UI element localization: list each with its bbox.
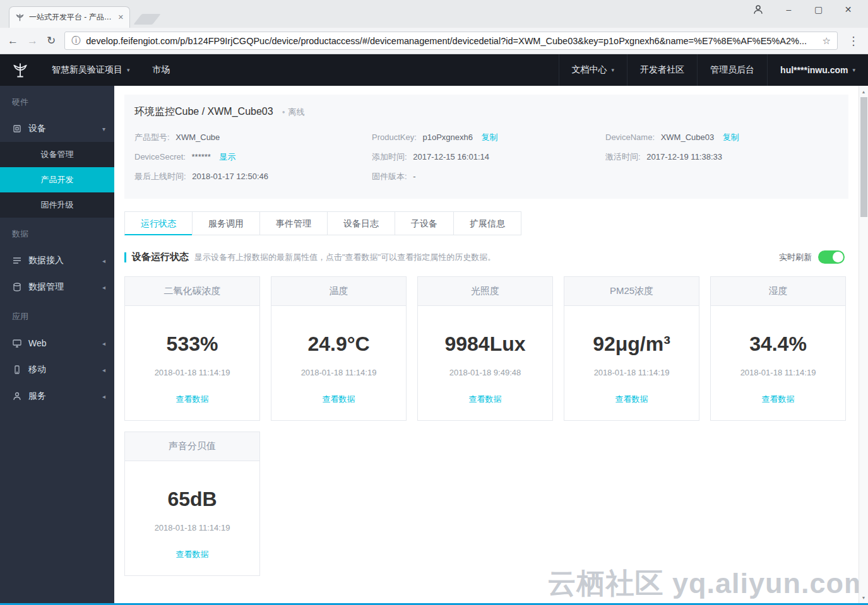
nav-item-developer-community[interactable]: 开发者社区 bbox=[627, 54, 697, 86]
data-access-icon bbox=[12, 256, 22, 266]
tab-service-call[interactable]: 服务调用 bbox=[192, 211, 260, 235]
bookmark-star-icon[interactable]: ☆ bbox=[823, 35, 831, 47]
sidebar-item-data-access[interactable]: 数据接入 ◂ bbox=[0, 247, 114, 274]
page-info-icon[interactable]: ⓘ bbox=[71, 35, 80, 47]
top-navigation: 智慧新吴验证项目 ▾ 市场 文档中心 ▾ 开发者社区 管理员后台 hul****… bbox=[0, 54, 868, 86]
back-button[interactable]: ← bbox=[8, 35, 18, 46]
card-title: PM25浓度 bbox=[564, 277, 699, 306]
url-bar[interactable]: ⓘ develop.feifengiot.com/p/b124FP9IrjCGQ… bbox=[64, 32, 838, 50]
sidebar-item-product-development[interactable]: 产品开发 bbox=[0, 167, 114, 192]
refresh-button[interactable]: ↻ bbox=[47, 35, 56, 46]
realtime-refresh-toggle[interactable] bbox=[818, 250, 845, 264]
field-device-name: DeviceName: XWM_Cube03 复制 bbox=[605, 132, 838, 143]
nav-spacer bbox=[182, 54, 559, 86]
nav-item-doc-center[interactable]: 文档中心 ▾ bbox=[559, 54, 627, 86]
browser-titlebar: 一站式开发平台 - 产品开... ✕ – ▢ ✕ bbox=[0, 0, 868, 28]
detail-tabs: 运行状态 服务调用 事件管理 设备日志 子设备 扩展信息 bbox=[124, 211, 848, 235]
maximize-button[interactable]: ▢ bbox=[804, 4, 833, 15]
card-co2-concentration: 二氧化碳浓度 533% 2018-01-18 11:14:19 查看数据 bbox=[124, 276, 260, 421]
card-time: 2018-01-18 11:14:19 bbox=[564, 368, 699, 377]
realtime-refresh-control: 实时刷新 bbox=[779, 250, 848, 264]
view-data-link[interactable]: 查看数据 bbox=[125, 549, 259, 560]
field-label: 最后上线时间: bbox=[134, 172, 186, 181]
tab-event-management[interactable]: 事件管理 bbox=[259, 211, 328, 235]
card-title: 温度 bbox=[271, 277, 406, 306]
sidebar-item-service[interactable]: 服务 ◂ bbox=[0, 383, 114, 409]
sidebar-item-label: 服务 bbox=[28, 391, 46, 402]
offline-dot-icon: ● bbox=[282, 109, 285, 115]
field-value: 2017-12-15 16:01:14 bbox=[413, 152, 489, 162]
sidebar-item-data-management[interactable]: 数据管理 ◂ bbox=[0, 274, 114, 300]
copy-product-key-link[interactable]: 复制 bbox=[482, 132, 498, 142]
chevron-left-icon: ◂ bbox=[102, 393, 105, 400]
tab-sub-device[interactable]: 子设备 bbox=[395, 211, 454, 235]
field-value: - bbox=[413, 172, 415, 181]
device-title: 环境监控Cube / XWM_Cube03 bbox=[134, 105, 273, 119]
card-value: 9984Lux bbox=[418, 332, 552, 356]
field-value: 2017-12-19 11:38:33 bbox=[646, 152, 722, 162]
status-section-header: 设备运行状态 显示设备有上报数据的最新属性值，点击"查看数据"可以查看指定属性的… bbox=[124, 250, 848, 264]
sidebar-item-web[interactable]: Web ◂ bbox=[0, 330, 114, 356]
view-data-link[interactable]: 查看数据 bbox=[711, 394, 845, 405]
field-value: p1oPxgnexh6 bbox=[422, 132, 473, 142]
view-data-link[interactable]: 查看数据 bbox=[564, 394, 699, 405]
close-button[interactable]: ✕ bbox=[833, 4, 863, 15]
view-data-link[interactable]: 查看数据 bbox=[271, 394, 406, 405]
site-favicon bbox=[15, 13, 25, 22]
platform-logo-icon[interactable] bbox=[0, 54, 40, 86]
nav-item-market[interactable]: 市场 bbox=[141, 54, 182, 86]
tab-device-log[interactable]: 设备日志 bbox=[327, 211, 395, 235]
sidebar-item-mobile[interactable]: 移动 ◂ bbox=[0, 356, 114, 383]
status-section-desc: 显示设备有上报数据的最新属性值，点击"查看数据"可以查看指定属性的历史数据。 bbox=[194, 252, 496, 263]
view-data-link[interactable]: 查看数据 bbox=[418, 394, 552, 405]
view-data-link[interactable]: 查看数据 bbox=[125, 394, 259, 405]
field-label: 固件版本: bbox=[372, 172, 407, 181]
card-time: 2018-01-18 11:14:19 bbox=[711, 368, 845, 377]
new-tab-button[interactable] bbox=[133, 14, 160, 25]
account-menu[interactable]: hul****inwu.com ▾ bbox=[767, 54, 868, 86]
browser-addressbar: ← → ↻ ⓘ develop.feifengiot.com/p/b124FP9… bbox=[0, 28, 868, 54]
tab-extended-info[interactable]: 扩展信息 bbox=[453, 211, 521, 235]
sidebar-item-label: Web bbox=[28, 338, 47, 348]
accent-bar bbox=[124, 252, 126, 262]
project-selector[interactable]: 智慧新吴验证项目 ▾ bbox=[40, 54, 141, 86]
sidebar-item-label: 移动 bbox=[28, 364, 46, 375]
scrollbar-thumb[interactable] bbox=[860, 97, 867, 217]
copy-device-name-link[interactable]: 复制 bbox=[723, 132, 739, 142]
metric-cards: 二氧化碳浓度 533% 2018-01-18 11:14:19 查看数据 温度 … bbox=[124, 276, 848, 576]
sidebar-section-hardware: 硬件 bbox=[0, 86, 114, 115]
nav-item-admin-console[interactable]: 管理员后台 bbox=[697, 54, 767, 86]
sidebar-item-device-management[interactable]: 设备管理 bbox=[0, 142, 114, 167]
toggle-knob bbox=[833, 252, 843, 262]
card-value: 92μg/m³ bbox=[564, 332, 699, 356]
field-device-secret: DeviceSecret: ****** 显示 bbox=[134, 151, 372, 163]
card-value: 34.4% bbox=[711, 332, 845, 356]
field-value: 2018-01-17 12:50:46 bbox=[192, 172, 268, 181]
card-time: 2018-01-18 11:14:19 bbox=[271, 368, 406, 377]
mobile-icon bbox=[12, 365, 22, 375]
app-body: 硬件 设备 ▾ 设备管理 产品开发 固件升级 数据 bbox=[0, 86, 868, 605]
scroll-down-arrow-icon[interactable]: ▼ bbox=[859, 596, 868, 600]
card-humidity: 湿度 34.4% 2018-01-18 11:14:19 查看数据 bbox=[710, 276, 846, 421]
data-manage-icon bbox=[12, 282, 22, 292]
tab-close-icon[interactable]: ✕ bbox=[118, 13, 124, 21]
sidebar-item-device[interactable]: 设备 ▾ bbox=[0, 115, 114, 142]
scroll-up-arrow-icon[interactable]: ▲ bbox=[859, 90, 868, 94]
browser-menu-icon[interactable]: ⋮ bbox=[847, 34, 860, 48]
field-label: 产品型号: bbox=[134, 132, 170, 142]
browser-tab[interactable]: 一站式开发平台 - 产品开... ✕ bbox=[9, 6, 130, 28]
card-time: 2018-01-18 9:49:48 bbox=[418, 368, 552, 377]
minimize-button[interactable]: – bbox=[774, 4, 804, 15]
account-label: hul****inwu.com bbox=[780, 65, 848, 75]
show-secret-link[interactable]: 显示 bbox=[220, 152, 236, 162]
tab-running-status[interactable]: 运行状态 bbox=[124, 211, 193, 235]
device-info-panel: 环境监控Cube / XWM_Cube03 ● 离线 产品型号: XWM_Cub… bbox=[124, 95, 848, 199]
page-scrollbar[interactable]: ▲ ▼ bbox=[859, 86, 868, 605]
sidebar-item-firmware-upgrade[interactable]: 固件升级 bbox=[0, 192, 114, 218]
forward-button[interactable]: → bbox=[27, 35, 38, 46]
url-text[interactable]: develop.feifengiot.com/p/b124FP9IrjCGQPu… bbox=[86, 36, 816, 46]
device-icon bbox=[12, 124, 22, 134]
browser-profile-icon[interactable] bbox=[742, 4, 774, 15]
sidebar-item-label: 设备 bbox=[28, 123, 46, 134]
field-value: ****** bbox=[192, 152, 211, 162]
